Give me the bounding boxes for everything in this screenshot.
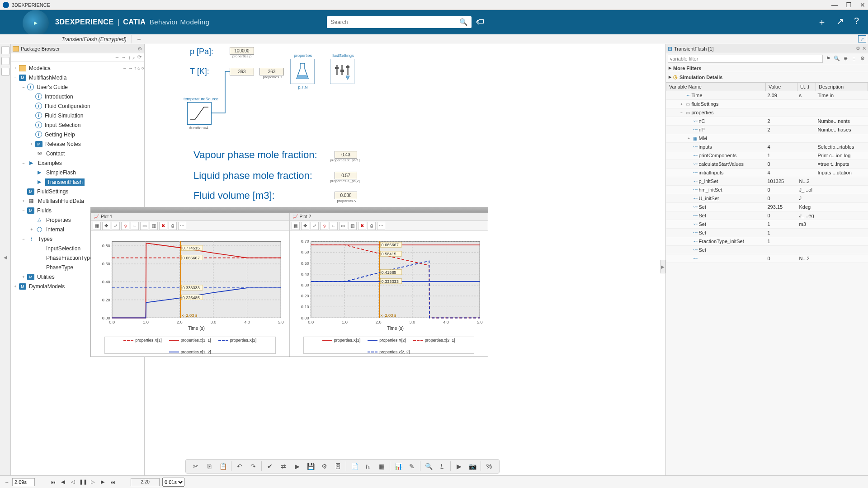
collapse-right-icon[interactable]: ▶ xyxy=(660,260,665,273)
plot-tb-export[interactable]: ⎙ xyxy=(368,222,376,230)
step-fwd-icon[interactable]: ▶ xyxy=(99,479,106,485)
plot-tb-layout1[interactable]: ▭ xyxy=(140,222,148,230)
tree-item[interactable]: MFluidSettings xyxy=(11,187,144,196)
variable-row[interactable]: 〰nP2Numbe...hases xyxy=(666,126,868,134)
restore-panel-icon[interactable]: ⤢ xyxy=(858,35,866,42)
tree-item[interactable]: −▶Examples xyxy=(11,158,144,168)
filter-icon-4[interactable]: ≡ xyxy=(850,55,858,62)
tb-copy-icon[interactable]: ⎘ xyxy=(204,461,215,472)
tree-item[interactable]: ▶TransientFlash xyxy=(11,177,144,187)
variable-row[interactable]: 〰0N...2 xyxy=(666,254,868,263)
tree-item[interactable]: ▶SimpleFlash xyxy=(11,168,144,177)
filter-icon-1[interactable]: ⚑ xyxy=(825,55,832,62)
value-liquid[interactable]: 0.57 xyxy=(335,172,357,179)
tb-grid-icon[interactable]: ▦ xyxy=(376,461,387,472)
skip-end-icon[interactable]: ⏭ xyxy=(109,479,116,485)
variable-row[interactable]: 〰calculateStartValues0=true t...inputs xyxy=(666,160,868,169)
add-icon[interactable]: ＋ xyxy=(817,16,826,28)
variable-row[interactable]: 〰Set1 xyxy=(666,229,868,237)
tab-active[interactable]: TransientFlash (Encrypted) xyxy=(57,35,132,43)
tree-item[interactable]: −iUser's Guide xyxy=(11,82,144,92)
variable-row[interactable]: 〰Set1m3 xyxy=(666,220,868,229)
tb-save-icon[interactable]: 💾 xyxy=(305,461,316,472)
tb-db-icon[interactable]: 🗄 xyxy=(332,461,343,472)
variable-table[interactable]: Variable Name Value U...t Description 〰T… xyxy=(666,82,868,475)
time-target[interactable]: 2.20 xyxy=(131,478,160,486)
toolstrip-icon-3[interactable] xyxy=(1,68,9,76)
filter-icon-5[interactable]: ⚙ xyxy=(859,55,866,62)
plot-tb-layout2[interactable]: ▥ xyxy=(150,222,158,230)
tree-item[interactable]: iFluid Configuration xyxy=(11,101,144,111)
variable-row[interactable]: 〰nC2Numbe...nents xyxy=(666,117,868,126)
gear-icon[interactable]: ⚙ xyxy=(137,46,142,52)
tb-l-icon[interactable]: L xyxy=(437,461,448,472)
variable-row[interactable]: 〰FractionType_initSet1 xyxy=(666,237,868,246)
variable-filter-input[interactable] xyxy=(668,55,823,63)
tb-paste-icon[interactable]: 📋 xyxy=(217,461,228,472)
col-name[interactable]: Variable Name xyxy=(666,83,766,91)
tb-play-icon[interactable]: ▶ xyxy=(453,461,464,472)
compass-icon[interactable]: ▶ xyxy=(23,10,49,36)
variable-row[interactable]: 〰Set293.15Kdeg xyxy=(666,203,868,211)
minimize-button[interactable]: — xyxy=(831,1,838,9)
legend-item[interactable]: properties.X[1] xyxy=(123,338,162,343)
plot-tb-layout2[interactable]: ▥ xyxy=(349,222,357,230)
step-back-icon[interactable]: ◀ xyxy=(59,479,66,485)
tag-icon[interactable]: 🏷 xyxy=(476,17,484,27)
variable-row[interactable]: 〰Time2.09sTime in xyxy=(666,91,868,100)
tb-redo-icon[interactable]: ↷ xyxy=(248,461,259,472)
plot-tb-grid[interactable]: ▦ xyxy=(93,222,101,230)
step-select[interactable]: 0.01s xyxy=(162,478,184,487)
plot-tb-zoom[interactable]: ⤢ xyxy=(112,222,120,230)
plot-tb-del[interactable]: ✖ xyxy=(358,222,366,230)
filter-icon[interactable]: ⌕ xyxy=(132,55,136,60)
variable-row[interactable]: −▭properties xyxy=(666,108,868,117)
play-fwd-icon[interactable]: ▷ xyxy=(89,479,96,485)
toolstrip-icon-2[interactable] xyxy=(1,57,9,65)
legend-item[interactable]: properties.x[2, 2] xyxy=(368,350,410,354)
variable-row[interactable]: +▦MM xyxy=(666,134,868,143)
legend-item[interactable]: properties.X[2] xyxy=(218,338,257,343)
plot-tb-del[interactable]: ✖ xyxy=(159,222,167,230)
gear-icon[interactable]: ⚙ xyxy=(856,46,860,52)
plot-tb-back[interactable]: ← xyxy=(330,222,338,230)
plot-1-tab[interactable]: 📈 Plot 1 xyxy=(91,213,289,221)
tab-add[interactable]: ＋ xyxy=(132,35,146,43)
toolstrip-icon-1[interactable] xyxy=(1,46,9,54)
variable-row[interactable]: 〰initialInputs4Inputs ...utation xyxy=(666,169,868,177)
more-filters[interactable]: ▶ More Filters xyxy=(666,64,868,72)
block-properties[interactable] xyxy=(290,59,315,84)
tb-doc-icon[interactable]: 📄 xyxy=(349,461,360,472)
tb-edit-icon[interactable]: ✎ xyxy=(406,461,417,472)
tree-item[interactable]: +MRelease Notes xyxy=(11,139,144,149)
plot-1-area[interactable]: 0.000.200.400.600.800.01.02.03.04.05.00.… xyxy=(91,231,289,336)
plot-tb-cancel[interactable]: ⦸ xyxy=(320,222,328,230)
tree-item[interactable]: +Modelica← → ↑ ⌕ ⟳ xyxy=(11,63,144,73)
filter-icon-2[interactable]: 🔍 xyxy=(833,55,840,62)
col-value[interactable]: Value xyxy=(766,83,797,91)
block-fluidsettings[interactable] xyxy=(330,59,354,84)
legend-item[interactable]: properties.x[1, 2] xyxy=(169,350,211,354)
legend-item[interactable]: properties.x[2, 1] xyxy=(413,338,455,343)
plot-tb-opts[interactable]: ⋯ xyxy=(178,222,186,230)
filter-icon-3[interactable]: ⊕ xyxy=(842,55,849,62)
tb-cut-icon[interactable]: ✂ xyxy=(190,461,201,472)
tree-item[interactable]: +▦MultiflashFluidData xyxy=(11,196,144,206)
plot-tb-move[interactable]: ✥ xyxy=(102,222,110,230)
tree-item[interactable]: ✉Contact xyxy=(11,149,144,158)
help-icon[interactable]: ? xyxy=(854,16,859,28)
tb-t0-icon[interactable]: t₀ xyxy=(363,461,373,472)
plot-tb-opts[interactable]: ⋯ xyxy=(377,222,385,230)
col-desc[interactable]: Description xyxy=(816,83,868,91)
tb-percent-icon[interactable]: % xyxy=(484,461,495,472)
tb-translate-icon[interactable]: ⇄ xyxy=(278,461,289,472)
legend-item[interactable]: properties.X[1] xyxy=(322,338,361,343)
plot-2-area[interactable]: 0.000.100.200.300.400.500.600.700.01.02.… xyxy=(290,231,488,336)
value-vapour[interactable]: 0.43 xyxy=(335,151,357,159)
search-box[interactable]: 🔍 xyxy=(327,16,472,28)
variable-row[interactable]: 〰U_initSet0J xyxy=(666,194,868,203)
refresh-icon[interactable]: ⟳ xyxy=(137,54,142,60)
time-field[interactable] xyxy=(12,478,35,486)
value-pressure[interactable]: 100000 xyxy=(230,47,254,55)
value-temp-1[interactable]: 363 xyxy=(230,68,254,75)
